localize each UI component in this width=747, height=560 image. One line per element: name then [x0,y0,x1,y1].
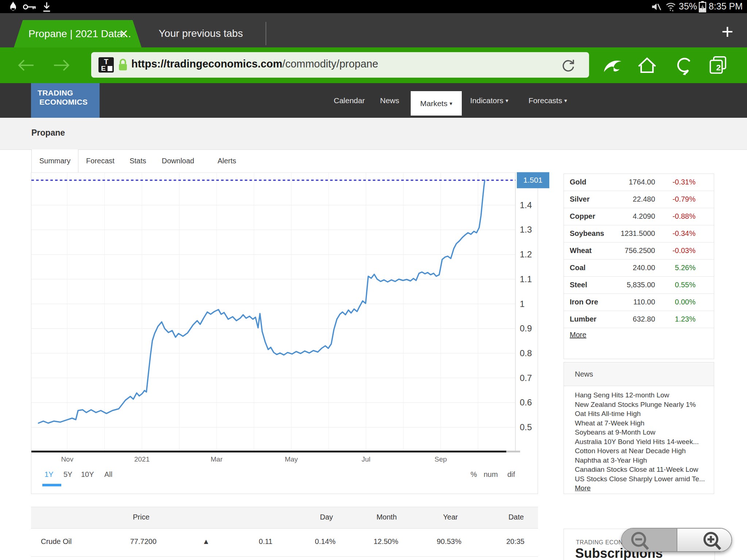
range-option-1y[interactable]: 1Y [44,470,53,479]
download-notification-icon [42,1,52,12]
y-axis-label: 0.7 [520,373,532,383]
browser-tab-previous-tabs[interactable]: Your previous tabs [159,28,243,39]
market-row-coal[interactable]: Coal240.005.26% [564,260,714,277]
display-mode-%[interactable]: % [471,470,477,479]
news-headline[interactable]: New Zealand Stocks Plunge Nearly 1% [575,400,710,409]
browser-toolbar: TE https://tradingeconomics.com/commodit… [0,47,747,83]
tab-alerts[interactable]: Alerts [215,149,239,172]
commodity-percent: 1.23% [651,315,696,323]
year-percent: 90.53% [425,537,461,546]
price-table-row[interactable]: Crude Oil77.7200▲0.110.14%12.50%90.53%20… [31,529,538,557]
lock-icon [117,58,128,72]
y-axis-label: 0.8 [520,348,532,358]
home-icon[interactable] [636,55,658,75]
x-axis-label: Jul [361,455,370,463]
market-row-silver[interactable]: Silver22.480-0.79% [564,191,714,208]
range-option-5y[interactable]: 5Y [63,470,72,479]
news-headline[interactable]: US Stocks Close Sharply Lower amid Te... [575,474,710,484]
gesture-icon[interactable] [672,55,694,75]
y-axis-label: 1.3 [520,225,532,234]
price-table-row[interactable]: Brent81.4500▲0.130.16%12.45%90.41%20:35 [31,557,538,560]
price-value: 77.7200 [115,537,156,546]
market-row-iron-ore[interactable]: Iron Ore110.000.00% [564,294,714,311]
status-bar: 35% 8:35 PM [0,0,747,13]
new-tab-button[interactable]: + [721,20,734,43]
news-headline[interactable]: Soybeans at 9-Month Low [575,428,710,437]
zoom-out-icon [628,531,655,551]
zoom-in-button[interactable] [677,529,732,552]
nav-markets[interactable]: Markets ▾ [411,91,462,116]
logo-line2: ECONOMICS [39,98,88,106]
col-month: Month [357,513,416,521]
commodity-price: 4.2090 [600,212,655,221]
market-row-gold[interactable]: Gold1764.00-0.31% [564,174,714,191]
commodity-percent: -0.31% [651,178,696,186]
tab-forecast[interactable]: Forecast [82,149,119,172]
day-percent: 0.14% [299,537,336,546]
news-headline[interactable]: Naphtha at 3-Year High [575,456,710,465]
news-headline[interactable]: Wheat at 7-Week High [575,419,710,428]
news-headline[interactable]: Cotton Hovers at Near Decade High [575,446,710,456]
zoom-out-button[interactable] [622,529,677,552]
page-title-band: Propane [0,118,747,150]
back-icon[interactable] [15,58,36,73]
tab-download[interactable]: Download ▾ [160,149,196,172]
tab-stats[interactable]: Stats [126,149,150,172]
address-bar[interactable]: TE https://tradingeconomics.com/commodit… [91,52,589,78]
url-path: /commodity/propane [282,58,378,70]
dolphin-icon[interactable] [601,55,625,75]
col-day: Day [297,513,356,521]
price-table-header: Price Day Month Year Date [31,507,538,529]
range-option-all[interactable]: All [104,470,112,479]
commodity-price: 1764.00 [600,178,655,186]
url-text[interactable]: https://tradingeconomics.com/commodity/p… [131,58,378,70]
nav-news[interactable]: News [380,83,399,118]
x-axis-label: 2021 [134,455,150,463]
market-row-wheat[interactable]: Wheat756.2500-0.03% [564,242,714,260]
commodity-percent: -0.79% [651,195,696,203]
market-row-copper[interactable]: Copper4.2090-0.88% [564,208,714,225]
x-axis-label: May [285,455,298,463]
price-chart[interactable]: 1.41.31.21.110.90.80.70.60.5Nov2021MarMa… [31,173,553,468]
market-row-soybeans[interactable]: Soybeans1231.5000-0.34% [564,225,714,242]
forward-icon[interactable] [51,58,72,73]
nav-forecasts[interactable]: Forecasts ▾ [529,83,567,118]
display-mode-dif[interactable]: dif [507,470,515,479]
browser-tab-active[interactable]: Propane | 2021 Data... ✕ [14,20,142,47]
tabs-count-icon[interactable]: 2 [708,55,729,75]
news-headline[interactable]: Hang Seng Hits 12-month Low [575,390,710,400]
site-logo[interactable]: TRADING ECONOMICS [31,83,100,118]
commodity-name: Wheat [570,246,592,255]
page-zoom-control [621,528,732,552]
zoom-in-icon [700,531,727,551]
direction-icon: ▲ [202,537,210,546]
chevron-down-icon: ▾ [506,97,508,104]
news-headline[interactable]: Oat Hits All-time High [575,409,710,419]
col-price: Price [112,513,170,521]
site-favicon: TE [98,57,114,73]
battery-icon [698,1,707,12]
active-range-indicator [42,484,61,486]
range-option-10y[interactable]: 10Y [81,470,94,479]
chevron-down-icon: ▾ [450,100,453,106]
refresh-icon[interactable] [560,57,577,74]
nav-indicators[interactable]: Indicators ▾ [470,83,508,118]
y-axis-label: 0.6 [520,397,532,407]
y-axis-label: 1.4 [520,200,532,210]
news-headline[interactable]: Canadian Stocks Close at 11-Week Low [575,465,710,474]
commodity-name: Silver [570,195,589,203]
news-headline[interactable]: Australia 10Y Bond Yield Hits 14-week... [575,437,710,447]
market-row-steel[interactable]: Steel5,835.000.55% [564,277,714,294]
display-mode-num[interactable]: num [484,470,498,479]
commodity-percent: -0.03% [651,246,696,255]
price-line-series [39,180,485,423]
nav-calendar[interactable]: Calendar [334,83,365,118]
commodity-name: Coal [570,264,585,272]
markets-more-link[interactable]: More [570,331,587,339]
tab-summary[interactable]: Summary [31,149,78,172]
news-more-link[interactable]: More [575,484,591,492]
market-row-lumber[interactable]: Lumber632.801.23% [564,311,714,328]
wifi-icon [665,1,676,12]
commodity-percent: 5.26% [651,264,696,272]
close-tab-icon[interactable]: ✕ [119,27,128,40]
